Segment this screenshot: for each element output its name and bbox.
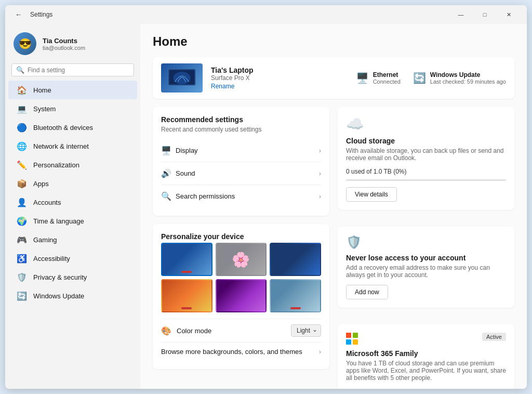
view-details-button[interactable]: View details [346,187,397,202]
cloud-description: With available storage, you can back up … [346,147,506,162]
search-icon: 🔍 [16,66,24,74]
ms365-sq-blue [346,339,351,345]
sidebar-item-update-label: Windows Update [33,292,84,300]
display-setting[interactable]: 🖥️ Display › [161,139,321,162]
wallpaper-4[interactable] [161,279,212,312]
wallpaper-4-indicator [181,307,192,309]
add-now-button[interactable]: Add now [346,285,388,299]
ethernet-status: 🖥️ Ethernet Connected [356,71,401,85]
ms365-description: You have 1 TB of cloud storage and can u… [346,360,506,382]
sidebar-item-home-label: Home [33,86,51,94]
account-security-card: 🛡️ Never lose access to your account Add… [338,227,514,308]
windows-update-status: 🔄 Windows Update Last checked: 59 minute… [413,71,506,85]
sidebar-item-network[interactable]: 🌐 Network & internet [8,137,137,155]
apps-icon: 📦 [17,178,27,189]
system-icon: 💻 [17,103,27,114]
account-security-title: Never lose access to your account [346,254,506,262]
color-mode-icon: 🎨 [161,326,171,336]
privacy-icon: 🛡️ [17,272,27,282]
sidebar-item-system[interactable]: 💻 System [8,99,137,118]
account-security-description: Add a recovery email address to make sur… [346,264,506,279]
home-icon: 🏠 [17,85,27,95]
app-title: Settings [30,11,445,18]
sidebar-item-accounts[interactable]: 👤 Accounts [8,193,137,212]
ms365-sq-yellow [353,339,358,345]
sidebar-item-home[interactable]: 🏠 Home [8,81,137,99]
ms365-card: Active Microsoft 365 Family You have 1 T… [338,324,514,389]
recommended-settings-card: Recommended settings Recent and commonly… [153,107,329,216]
personalize-card: Personalize your device [153,224,329,369]
window-controls: — □ ✕ [449,5,521,24]
update-label: Windows Update [430,71,506,78]
sidebar-item-time-label: Time & language [33,217,84,225]
user-section[interactable]: 😎 Tia Counts tia@outlook.com [5,28,140,63]
wallpaper-6[interactable] [270,279,321,312]
windows-update-icon: 🔄 [413,72,426,84]
ethernet-label: Ethernet [373,71,401,78]
gaming-icon: 🎮 [17,234,27,245]
minimize-button[interactable]: — [449,5,473,24]
accessibility-icon: ♿ [17,253,27,264]
bluetooth-icon: 🔵 [17,122,27,133]
ms365-header: Active [346,333,506,345]
search-permissions-arrow: › [319,193,321,200]
sidebar-item-apps[interactable]: 📦 Apps [8,174,137,193]
ms365-title: Microsoft 365 Family [346,349,506,358]
sidebar: 😎 Tia Counts tia@outlook.com 🔍 🏠 Home 💻 … [5,24,140,389]
close-button[interactable]: ✕ [497,5,521,24]
avatar: 😎 [14,32,36,55]
cloud-icon: ☁️ [346,115,506,133]
cloud-usage: 0 used of 1.0 TB (0%) [346,168,506,175]
device-status: 🖥️ Ethernet Connected 🔄 Windows Update L… [356,71,506,85]
wallpaper-grid [161,243,321,312]
time-icon: 🌍 [17,216,27,226]
security-icon: 🛡️ [346,235,506,249]
sidebar-item-personalization[interactable]: ✏️ Personalization [8,155,137,174]
rename-link[interactable]: Rename [211,83,348,90]
back-button[interactable]: ← [11,7,26,22]
sidebar-item-gaming[interactable]: 🎮 Gaming [8,230,137,249]
wallpaper-1[interactable] [161,243,212,276]
sidebar-item-update[interactable]: 🔄 Windows Update [8,286,137,305]
ethernet-sub: Connected [373,78,401,85]
sidebar-item-system-label: System [33,105,56,113]
wallpaper-5[interactable] [216,279,267,312]
search-box[interactable]: 🔍 [11,63,134,76]
title-bar: ← Settings — □ ✕ [5,5,527,24]
sidebar-item-accessibility[interactable]: ♿ Accessibility [8,249,137,268]
search-input[interactable] [28,67,129,74]
wallpaper-2[interactable] [216,243,267,276]
main-content: Home Tia's Laptop Surface Pro X Rename [140,24,527,389]
sidebar-item-privacy[interactable]: 🛡️ Privacy & security [8,268,137,286]
wallpaper-3[interactable] [270,243,321,276]
search-permissions-setting[interactable]: 🔍 Search permissions › [161,185,321,207]
network-icon: 🌐 [17,141,27,151]
browse-themes-label: Browse more backgrounds, colors, and the… [161,348,319,356]
wallpaper-6-indicator [290,307,301,309]
color-mode-dropdown[interactable]: Light [291,324,321,337]
browse-themes-row[interactable]: Browse more backgrounds, colors, and the… [161,342,321,361]
display-label: Display [176,147,319,154]
sidebar-item-apps-label: Apps [33,180,49,188]
sidebar-item-bluetooth[interactable]: 🔵 Bluetooth & devices [8,118,137,137]
ms365-sq-green [353,333,358,338]
maximize-button[interactable]: □ [473,5,497,24]
sidebar-item-bluetooth-label: Bluetooth & devices [33,124,93,132]
color-mode-label: Color mode [177,327,291,335]
color-mode-row[interactable]: 🎨 Color mode Light [161,319,321,342]
sidebar-item-personalization-label: Personalization [33,161,79,169]
sidebar-item-gaming-label: Gaming [33,236,57,244]
sidebar-item-privacy-label: Privacy & security [33,273,87,281]
device-image [161,63,203,93]
device-model: Surface Pro X [211,74,348,82]
search-permissions-label: Search permissions [176,192,319,200]
sidebar-item-network-label: Network & internet [33,142,89,150]
user-email: tia@outlook.com [43,45,85,51]
display-arrow: › [319,147,321,154]
sound-setting[interactable]: 🔊 Sound › [161,162,321,185]
ms365-sq-red [346,333,351,338]
device-header: Tia's Laptop Surface Pro X Rename 🖥️ Eth… [153,57,514,99]
personalize-title: Personalize your device [161,232,321,241]
sidebar-item-time[interactable]: 🌍 Time & language [8,212,137,230]
search-permissions-icon: 🔍 [161,191,176,201]
